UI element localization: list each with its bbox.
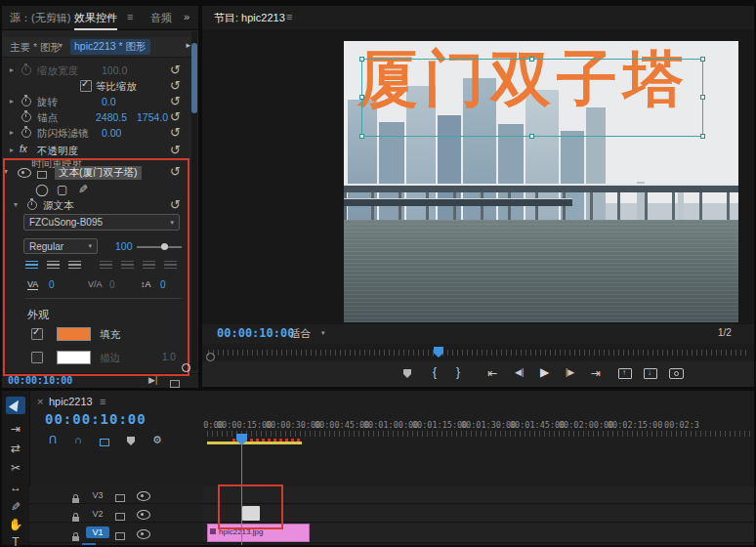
stroke-color-swatch[interactable] xyxy=(57,351,91,364)
chevron-right-icon[interactable]: ▸ xyxy=(10,65,14,74)
video-frame[interactable]: 厦门双子塔 xyxy=(344,41,738,322)
timeline-playhead-line[interactable] xyxy=(241,436,242,545)
chevron-down-icon[interactable]: ▾ xyxy=(59,41,63,50)
track-visibility-eye-icon[interactable] xyxy=(137,491,150,501)
justify-last-left-icon[interactable] xyxy=(100,261,112,270)
selection-handle[interactable] xyxy=(529,134,534,139)
timeline-timecode[interactable]: 00:00:10:00 xyxy=(45,411,147,427)
go-to-in-icon[interactable]: ⇤ xyxy=(487,366,497,380)
text-layer-title[interactable]: 文本(厦门双子塔) xyxy=(55,166,142,180)
selection-handle[interactable] xyxy=(359,95,364,100)
selection-bounding-box[interactable] xyxy=(361,59,703,137)
mark-in-icon[interactable]: { xyxy=(433,365,437,379)
type-tool-icon[interactable]: T xyxy=(6,535,25,547)
export-frame-icon[interactable] xyxy=(669,368,684,379)
reset-icon[interactable]: ↺ xyxy=(170,94,181,108)
panel-menu-icon[interactable]: ≡ xyxy=(286,11,292,22)
play-icon[interactable]: ▶ xyxy=(540,365,549,379)
work-area-bar[interactable] xyxy=(207,442,302,444)
font-size-slider[interactable] xyxy=(137,246,182,248)
lock-icon[interactable] xyxy=(72,536,79,541)
hand-tool-icon[interactable]: ✋ xyxy=(6,518,25,535)
fill-checkbox[interactable] xyxy=(31,328,43,340)
track-v1[interactable]: V1 hpic2213.jpg xyxy=(29,524,754,543)
panel-menu-icon[interactable]: ≡ xyxy=(100,396,105,407)
selection-handle[interactable] xyxy=(700,134,705,139)
selection-handle[interactable] xyxy=(700,57,705,62)
param-value-y[interactable]: 1754.0 xyxy=(137,111,168,123)
font-style-dropdown[interactable]: Regular ▾ xyxy=(23,238,98,254)
chevron-down-icon[interactable]: ▾ xyxy=(14,200,18,209)
reset-icon[interactable]: ↺ xyxy=(170,125,181,140)
pen-tool-icon[interactable]: ✎ xyxy=(78,183,88,196)
comparison-view-icon[interactable] xyxy=(170,380,180,388)
chevron-right-icon[interactable]: ▸ xyxy=(10,146,14,154)
chevron-right-icon[interactable]: ▸ xyxy=(186,40,190,50)
go-to-out-icon[interactable]: ⇥ xyxy=(591,366,601,380)
chevron-right-icon[interactable]: ▸ xyxy=(10,97,14,105)
track-select-tool-icon[interactable]: ⇥ xyxy=(6,422,25,440)
chevron-down-icon[interactable]: ▾ xyxy=(321,329,325,337)
scrubber-scroll-knob[interactable] xyxy=(206,353,215,361)
ripple-edit-tool-icon[interactable]: ⇄ xyxy=(6,442,25,459)
font-family-dropdown[interactable]: FZCuSong-B095 ▾ xyxy=(23,214,180,231)
align-center-icon[interactable] xyxy=(47,261,60,270)
program-timecode[interactable]: 00:00:10:00 xyxy=(217,326,294,340)
justify-last-center-icon[interactable] xyxy=(121,261,134,270)
razor-tool-icon[interactable]: ✂ xyxy=(6,461,25,479)
timeline-settings-wrench-icon[interactable]: ⚙ xyxy=(152,434,162,446)
font-size-value[interactable]: 100 xyxy=(115,240,133,252)
snap-icon[interactable]: U xyxy=(49,434,57,445)
step-back-icon[interactable]: ◀| xyxy=(515,367,524,377)
track-a1-sliver[interactable] xyxy=(82,543,96,545)
lift-icon[interactable] xyxy=(618,368,632,379)
ellipse-tool-icon[interactable]: ◯ xyxy=(35,183,48,196)
param-value[interactable]: 100.0 xyxy=(102,64,127,76)
stopwatch-icon[interactable] xyxy=(21,97,31,106)
stopwatch-icon[interactable] xyxy=(21,112,31,122)
tab-audio-mixer[interactable]: 音频 xyxy=(150,11,172,25)
justify-last-right-icon[interactable] xyxy=(143,261,155,270)
tab-program-monitor[interactable]: 节目: hpic2213 xyxy=(214,11,285,25)
text-graphic-clip[interactable] xyxy=(242,506,260,521)
tab-effect-controls[interactable]: 效果控件 xyxy=(74,11,117,25)
selection-handle[interactable] xyxy=(700,95,705,100)
source-patch-icon[interactable] xyxy=(115,513,125,521)
step-forward-icon[interactable]: |▶ xyxy=(566,367,574,377)
mark-out-icon[interactable]: } xyxy=(456,365,460,379)
tab-source-monitor[interactable]: 源：(无剪辑) xyxy=(10,11,70,25)
add-marker-icon[interactable] xyxy=(403,369,411,378)
lock-icon[interactable] xyxy=(72,498,79,503)
linked-selection-icon[interactable]: ∩ xyxy=(74,434,82,445)
reset-icon[interactable]: ↺ xyxy=(170,197,181,212)
justify-full-icon[interactable] xyxy=(164,261,177,270)
reset-icon[interactable]: ↺ xyxy=(170,78,181,93)
selection-tool-icon[interactable] xyxy=(6,397,25,414)
param-value[interactable]: 0.00 xyxy=(102,127,121,139)
scrollbar-track[interactable] xyxy=(191,31,197,371)
tab-sequence[interactable]: hpic2213 xyxy=(49,396,93,407)
chevron-right-icon[interactable]: ▸ xyxy=(10,128,14,137)
source-patch-icon[interactable] xyxy=(115,494,125,502)
clip-name-selector[interactable]: hpic2213 * 图形 xyxy=(70,39,150,55)
lock-icon[interactable] xyxy=(72,517,79,522)
align-left-icon[interactable] xyxy=(25,261,38,270)
tab-overflow-icon[interactable]: » xyxy=(184,11,189,22)
reset-icon[interactable]: ↺ xyxy=(170,63,181,77)
scrollbar-thumb[interactable] xyxy=(191,43,197,113)
param-value-x[interactable]: 2480.5 xyxy=(96,111,127,123)
timeline-ruler[interactable]: :00:00 00:00:15:00 00:00:30:00 00:00:45:… xyxy=(203,418,754,438)
source-patch-icon[interactable] xyxy=(115,532,125,540)
playback-resolution-dropdown[interactable]: 1/2 xyxy=(718,327,732,338)
track-visibility-eye-icon[interactable] xyxy=(137,510,150,520)
selection-handle[interactable] xyxy=(529,57,534,62)
program-playhead[interactable] xyxy=(434,347,443,358)
track-v2[interactable]: V2 xyxy=(29,505,754,523)
track-label[interactable]: V3 xyxy=(86,489,109,501)
tracking-value[interactable]: 0 xyxy=(49,279,55,290)
slip-tool-icon[interactable]: ↔ xyxy=(6,481,25,498)
stopwatch-icon[interactable] xyxy=(21,65,31,75)
param-value[interactable]: 0.0 xyxy=(102,96,116,107)
track-visibility-eye-icon[interactable] xyxy=(137,529,150,539)
stopwatch-icon[interactable] xyxy=(21,128,31,138)
